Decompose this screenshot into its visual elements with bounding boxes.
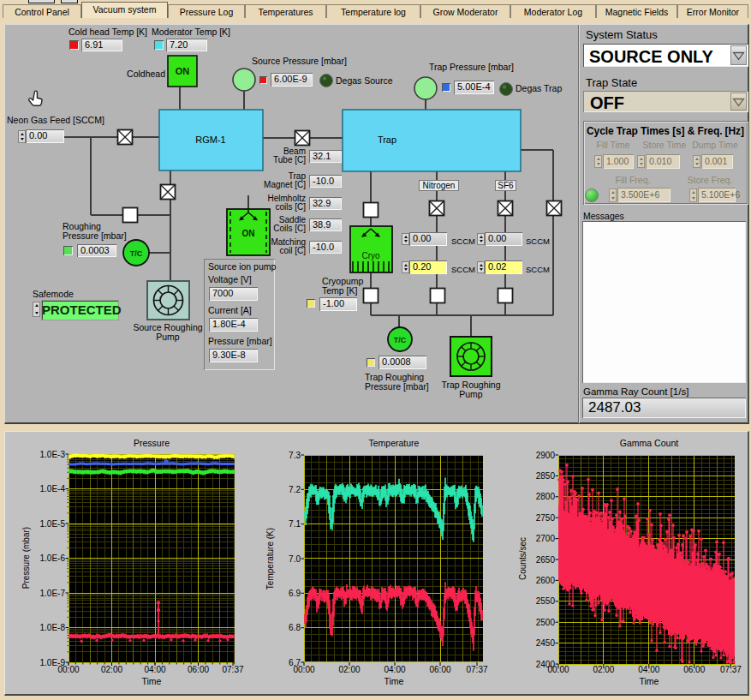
svg-text:6.8: 6.8 [289, 623, 301, 632]
svg-text:ON: ON [176, 66, 190, 76]
svg-text:1.0E-5: 1.0E-5 [40, 519, 66, 529]
svg-text:1.0E-3: 1.0E-3 [40, 450, 66, 459]
svg-text:Pressure (mbar): Pressure (mbar) [21, 527, 31, 589]
svg-text:Gamma Count: Gamma Count [620, 438, 678, 448]
svg-text:Pressure: Pressure [134, 438, 170, 448]
svg-text:Cryo: Cryo [361, 251, 380, 260]
svg-text:1.0E-6: 1.0E-6 [40, 553, 66, 563]
svg-text:Trap: Trap [378, 135, 396, 145]
svg-text:RGM-1: RGM-1 [195, 135, 225, 145]
svg-text:Time: Time [142, 676, 162, 686]
svg-text:1.0E-4: 1.0E-4 [40, 484, 66, 494]
svg-text:Time: Time [384, 676, 404, 686]
svg-text:02:00: 02:00 [338, 665, 360, 674]
svg-text:2450: 2450 [536, 638, 556, 648]
svg-text:2500: 2500 [536, 618, 556, 627]
svg-text:Temperature: Temperature [369, 438, 420, 448]
svg-text:00:00: 00:00 [57, 665, 79, 674]
svg-text:T/C: T/C [394, 336, 407, 344]
svg-text:06:00: 06:00 [429, 665, 450, 674]
svg-text:7.2: 7.2 [289, 485, 301, 494]
svg-text:2700: 2700 [536, 534, 556, 543]
svg-text:2650: 2650 [536, 555, 556, 565]
svg-text:7.1: 7.1 [289, 519, 301, 529]
svg-text:07:37: 07:37 [466, 665, 487, 674]
svg-text:7.0: 7.0 [289, 554, 301, 564]
svg-text:00:00: 00:00 [293, 665, 314, 674]
svg-text:06:00: 06:00 [188, 665, 209, 674]
svg-text:Time: Time [640, 676, 659, 686]
svg-text:02:00: 02:00 [101, 665, 122, 674]
svg-text:2800: 2800 [536, 492, 556, 501]
svg-text:07:37: 07:37 [222, 665, 243, 674]
svg-text:2550: 2550 [536, 596, 556, 606]
svg-text:2850: 2850 [536, 471, 556, 481]
svg-text:7.3: 7.3 [289, 451, 301, 460]
svg-text:6.9: 6.9 [289, 589, 301, 598]
svg-text:04:00: 04:00 [384, 665, 405, 674]
svg-text:1.0E-7: 1.0E-7 [40, 589, 66, 598]
svg-text:T/C: T/C [130, 249, 143, 258]
svg-text:1.0E-8: 1.0E-8 [40, 623, 66, 632]
svg-text:2750: 2750 [536, 513, 556, 523]
svg-text:Counts/sec: Counts/sec [518, 537, 527, 580]
svg-text:Temperature (K): Temperature (K) [265, 528, 275, 589]
svg-text:2900: 2900 [536, 451, 556, 460]
svg-text:04:00: 04:00 [144, 665, 165, 674]
svg-text:2600: 2600 [536, 576, 556, 585]
